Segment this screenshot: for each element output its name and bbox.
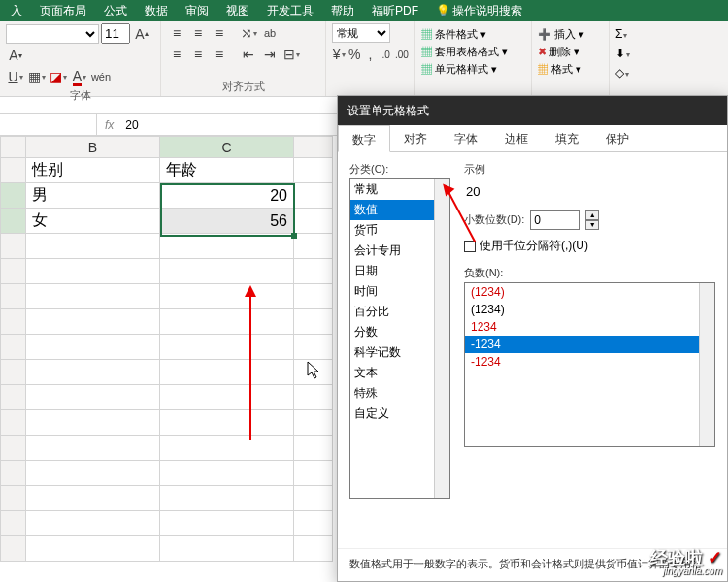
cells-group: ➕ 插入 ▾ ✖ 删除 ▾ ▦ 格式 ▾: [532, 21, 610, 96]
name-box[interactable]: [0, 114, 97, 135]
decimal-places-input[interactable]: [530, 210, 580, 230]
scrollbar[interactable]: [699, 283, 714, 446]
number-format-select[interactable]: 常规: [332, 23, 390, 43]
formula-value[interactable]: 20: [121, 118, 138, 132]
cell[interactable]: 20: [160, 183, 294, 209]
dialog-title: 设置单元格格式: [338, 96, 727, 125]
cell[interactable]: 女: [26, 209, 160, 234]
dialog-tabs: 数字 对齐 字体 边框 填充 保护: [338, 125, 727, 152]
dialog-tab-alignment[interactable]: 对齐: [390, 125, 441, 151]
increase-font-icon[interactable]: A▴: [132, 24, 151, 44]
number-group: 常规 ¥ % , .0 .00: [326, 21, 415, 96]
align-bottom-icon[interactable]: ≡: [210, 23, 229, 43]
autosum-icon[interactable]: Σ: [615, 25, 643, 45]
decimal-places-label: 小数位数(D):: [464, 212, 524, 227]
ribbon-tab[interactable]: 视图: [217, 0, 258, 21]
tell-me-icon: 💡: [427, 0, 452, 21]
align-middle-icon[interactable]: ≡: [188, 23, 208, 43]
align-top-icon[interactable]: ≡: [167, 23, 186, 43]
thousand-separator-label: 使用千位分隔符(,)(U): [480, 238, 588, 254]
annotation-arrow: [249, 295, 251, 440]
increase-decimal-icon[interactable]: .0: [380, 45, 393, 64]
negative-option[interactable]: -1234: [465, 353, 714, 371]
ribbon-tab-bar: 入 页面布局 公式 数据 审阅 视图 开发工具 帮助 福昕PDF 💡 操作说明搜…: [0, 0, 728, 21]
orientation-icon[interactable]: ⤭: [239, 23, 258, 43]
comma-icon[interactable]: ,: [363, 45, 377, 64]
dialog-tab-number[interactable]: 数字: [338, 125, 390, 152]
sample-label: 示例: [464, 162, 715, 177]
format-cells-button[interactable]: ▦ 格式 ▾: [538, 60, 603, 78]
align-left-icon[interactable]: ≡: [167, 45, 186, 64]
dialog-tab-fill[interactable]: 填充: [542, 125, 592, 151]
ribbon-tab[interactable]: 入: [2, 0, 31, 21]
dialog-footer-text: 数值格式用于一般数字的表示。货币和会计格式则提供货币值计算的专用格: [338, 548, 727, 579]
fill-icon[interactable]: ⬇: [615, 45, 643, 64]
fill-color-icon[interactable]: ◪: [49, 67, 68, 86]
row-header[interactable]: [1, 209, 26, 234]
ribbon-tab[interactable]: 页面布局: [31, 0, 95, 21]
dialog-tab-protection[interactable]: 保护: [592, 125, 643, 151]
decrease-indent-icon[interactable]: ⇤: [239, 45, 258, 64]
negative-option[interactable]: (1234): [465, 283, 714, 301]
ribbon-tab[interactable]: 数据: [136, 0, 177, 21]
negative-label: 负数(N):: [464, 266, 715, 280]
dialog-tab-border[interactable]: 边框: [491, 125, 542, 151]
fill-handle[interactable]: [291, 233, 297, 239]
group-label: 字体: [6, 86, 154, 105]
category-label: 分类(C):: [349, 162, 450, 177]
delete-cells-button[interactable]: ✖ 删除 ▾: [538, 43, 603, 60]
negative-option[interactable]: (1234): [465, 301, 714, 318]
negative-format-list[interactable]: (1234) (1234) 1234 -1234 -1234: [464, 282, 715, 447]
clear-icon[interactable]: ◇: [615, 64, 643, 83]
fx-icon[interactable]: fx: [97, 118, 121, 132]
increase-indent-icon[interactable]: ⇥: [260, 45, 280, 64]
ribbon-body: A▴ A▾ U ▦ ◪ A wén 字体 ≡ ≡ ≡ ⤭ ab ≡: [0, 21, 728, 97]
cell[interactable]: 56: [160, 209, 294, 234]
font-family-select[interactable]: [6, 24, 99, 44]
font-group: A▴ A▾ U ▦ ◪ A wén 字体: [0, 21, 161, 96]
cell[interactable]: 年龄: [160, 158, 294, 183]
font-size-input[interactable]: [101, 23, 130, 44]
merge-center-icon[interactable]: ⊟: [281, 45, 301, 64]
alignment-group: ≡ ≡ ≡ ⤭ ab ≡ ≡ ≡ ⇤ ⇥ ⊟ 对齐方式: [161, 21, 326, 96]
negative-option[interactable]: 1234: [465, 318, 714, 336]
column-header[interactable]: C: [160, 137, 294, 158]
border-icon[interactable]: ▦: [27, 67, 47, 86]
decrease-decimal-icon[interactable]: .00: [395, 45, 409, 64]
format-cells-dialog: 设置单元格格式 数字 对齐 字体 边框 填充 保护 分类(C): 常规 数值 货…: [337, 95, 728, 582]
decrease-font-icon[interactable]: A▾: [6, 46, 25, 65]
tell-me-search[interactable]: 操作说明搜索: [452, 0, 531, 21]
font-color-icon[interactable]: A: [70, 67, 89, 86]
phonetic-icon[interactable]: wén: [91, 67, 111, 86]
cell[interactable]: 男: [26, 183, 160, 209]
editing-group: Σ ⬇ ◇: [610, 21, 648, 96]
ribbon-tab[interactable]: 审阅: [177, 0, 217, 21]
column-header[interactable]: B: [26, 137, 160, 158]
row-header[interactable]: [1, 158, 26, 183]
insert-cells-button[interactable]: ➕ 插入 ▾: [538, 25, 603, 43]
cell-styles-button[interactable]: ▦ 单元格样式 ▾: [421, 60, 525, 78]
underline-icon[interactable]: U: [6, 67, 25, 86]
spinner-down-icon[interactable]: ▼: [585, 220, 599, 230]
ribbon-tab[interactable]: 开发工具: [258, 0, 322, 21]
percent-icon[interactable]: %: [347, 45, 361, 64]
scrollbar[interactable]: [434, 179, 449, 498]
align-center-icon[interactable]: ≡: [188, 45, 208, 64]
ribbon-tab[interactable]: 帮助: [322, 0, 363, 21]
group-label: 对齐方式: [167, 78, 319, 96]
category-list[interactable]: 常规 数值 货币 会计专用 日期 时间 百分比 分数 科学记数 文本 特殊 自定…: [349, 178, 450, 499]
conditional-format-button[interactable]: ▦ 条件格式 ▾: [421, 25, 525, 43]
format-as-table-button[interactable]: ▦ 套用表格格式 ▾: [421, 43, 525, 60]
wrap-text-icon[interactable]: ab: [260, 23, 280, 43]
align-right-icon[interactable]: ≡: [210, 45, 229, 64]
negative-option[interactable]: -1234: [465, 336, 714, 353]
spinner-up-icon[interactable]: ▲: [585, 210, 599, 220]
row-header[interactable]: [1, 183, 26, 209]
currency-icon[interactable]: ¥: [332, 45, 346, 64]
dialog-tab-font[interactable]: 字体: [441, 125, 491, 151]
sample-value: 20: [464, 178, 715, 199]
cell[interactable]: 性别: [26, 158, 160, 183]
styles-group: ▦ 条件格式 ▾ ▦ 套用表格格式 ▾ ▦ 单元格样式 ▾: [415, 21, 532, 96]
ribbon-tab[interactable]: 福昕PDF: [363, 0, 427, 21]
ribbon-tab[interactable]: 公式: [95, 0, 136, 21]
